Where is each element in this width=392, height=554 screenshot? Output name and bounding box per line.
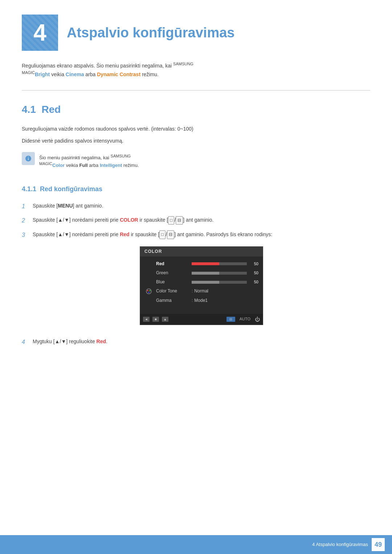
steps-list: 1 Spauskite [MENU] ant gaminio. 2 Spausk… xyxy=(22,202,370,347)
monitor-label-blue: Blue xyxy=(156,279,189,286)
monitor-screenshot: COLOR Red 50 xyxy=(140,246,263,325)
footer-icon-model: ⊟ xyxy=(226,317,235,322)
footer-power-icon: ⏻ xyxy=(255,315,260,323)
footer-auto-label: AUTO xyxy=(240,316,250,323)
monitor-row-red: Red 50 xyxy=(144,259,258,268)
monitor-label-colortone: Color Tone xyxy=(156,288,189,295)
step-1: 1 Spauskite [MENU] ant gaminio. xyxy=(22,202,370,211)
footer-page-num: 49 xyxy=(372,538,385,551)
monitor-header: COLOR xyxy=(140,247,263,257)
icon-btn-enter2: ⊟ xyxy=(167,230,174,239)
section-41-desc1: Sureguliuojama vaizde rodomos raudonos s… xyxy=(22,125,370,133)
step-3: 3 Spauskite [▲/▼] norėdami pereiti prie … xyxy=(22,230,370,332)
step-num-4: 4 xyxy=(22,337,29,347)
subsection-411: 4.1.1 Red konfigūravimas 1 Spauskite [ME… xyxy=(0,177,392,356)
chapter-title: Atspalvio konfigūravimas xyxy=(67,15,234,44)
bar-value-green: 50 xyxy=(250,270,258,276)
step-3-content: Spauskite [▲/▼] norėdami pereiti prie Re… xyxy=(33,230,370,332)
subsection-411-title: 4.1.1 Red konfigūravimas xyxy=(22,184,370,194)
red-highlight: Red xyxy=(120,231,129,237)
step-4: 4 Mygtuku [▲/▼] reguliuokite Red. xyxy=(22,337,370,347)
bar-red xyxy=(192,262,247,265)
icon-btn-square2: □ xyxy=(159,230,166,239)
header-description: Reguliuojamas ekrano atspalvis. Šio meni… xyxy=(0,58,392,86)
step-4-content: Mygtuku [▲/▼] reguliuokite Red. xyxy=(33,337,370,347)
footer-chapter-ref: 4 Atspalvio konfigūravimas xyxy=(312,541,368,549)
monitor-row-blue: Blue 50 xyxy=(144,278,258,287)
step-num-3: 3 xyxy=(22,230,29,332)
note-box: Šio meniu pasirinkti negalima, kai SAMSU… xyxy=(22,152,370,169)
monitor-content: Red 50 Green xyxy=(140,257,263,314)
icon-btn-enter: ⊟ xyxy=(176,216,183,225)
footer-icons: ◄ ■ ▲ xyxy=(143,317,168,322)
chapter-number-box: 4 xyxy=(22,15,58,51)
monitor-value-gamma: :Mode1 xyxy=(192,297,208,304)
note-icon xyxy=(22,152,35,165)
bar-value-blue: 50 xyxy=(250,279,258,286)
page-footer: 4 Atspalvio konfigūravimas 49 xyxy=(0,535,392,554)
note-text: Šio meniu pasirinkti negalima, kai SAMSU… xyxy=(39,152,139,169)
page-header: 4 Atspalvio konfigūravimas xyxy=(0,0,392,58)
bar-green xyxy=(192,272,247,275)
bar-value-red: 50 xyxy=(250,261,258,267)
monitor-label-red: Red xyxy=(156,260,189,267)
monitor-row-gamma: Gamma :Mode1 xyxy=(144,296,258,305)
monitor-row-green: Green 50 xyxy=(144,268,258,278)
step-2: 2 Spauskite [▲/▼] norėdami pereiti prie … xyxy=(22,216,370,225)
step-2-content: Spauskite [▲/▼] norėdami pereiti prie CO… xyxy=(33,216,370,225)
step-num-2: 2 xyxy=(22,216,29,225)
bar-blue xyxy=(192,281,247,284)
svg-point-3 xyxy=(148,292,150,293)
svg-point-1 xyxy=(147,290,148,291)
footer-icon-mid: ■ xyxy=(152,317,159,322)
monitor-row-colortone: Color Tone :Normal xyxy=(144,287,258,296)
icon-btn-square: □ xyxy=(168,216,174,225)
footer-icon-left: ◄ xyxy=(143,317,150,322)
step-num-1: 1 xyxy=(22,202,29,211)
monitor-value-colortone: :Normal xyxy=(192,288,208,295)
section-41: 4.1 Red Sureguliuojama vaizde rodomos ra… xyxy=(0,91,392,177)
red-highlight-2: Red xyxy=(97,338,106,344)
monitor-label-gamma: Gamma xyxy=(156,297,189,304)
svg-point-2 xyxy=(149,290,151,291)
monitor-footer: ◄ ■ ▲ ⊟ AUTO ⏻ xyxy=(140,314,263,325)
section-41-title: 4.1 Red xyxy=(22,102,370,118)
chapter-number: 4 xyxy=(33,15,46,51)
step-1-content: Spauskite [MENU] ant gaminio. xyxy=(33,202,370,211)
color-highlight: COLOR xyxy=(120,217,138,223)
monitor-label-green: Green xyxy=(156,270,189,276)
section-41-desc2: Didesnė vertė padidins spalvos intensyvu… xyxy=(22,137,370,145)
footer-icon-plus: ▲ xyxy=(162,317,168,322)
